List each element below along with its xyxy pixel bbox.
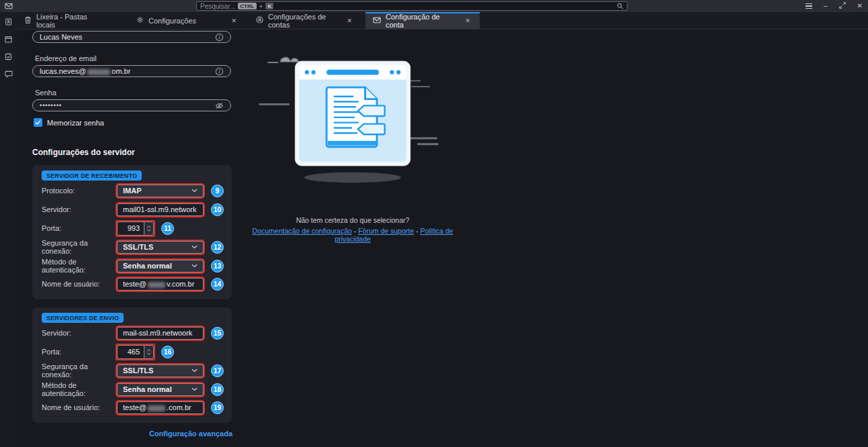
security-label: Segurança da conexão: bbox=[42, 362, 117, 379]
calendar-icon[interactable] bbox=[5, 36, 12, 44]
remember-password-checkbox[interactable] bbox=[34, 118, 42, 127]
annotation-circle-12: 12 bbox=[211, 241, 224, 254]
plus-sign: + bbox=[259, 3, 263, 10]
incoming-server-value: mail01-ssl.m9.network bbox=[123, 205, 196, 213]
outgoing-server-input[interactable]: mail-ssl.m9.netwoork bbox=[117, 327, 204, 340]
incoming-auth-row: Método de autenticação: Senha normal 13 bbox=[42, 256, 224, 275]
outgoing-auth-dropdown[interactable]: Senha normal bbox=[117, 383, 204, 396]
remember-password-row: Memorizar senha bbox=[34, 118, 232, 127]
tab-lixeira[interactable]: Lixeira - Pastas locais bbox=[17, 12, 114, 29]
restore-button[interactable] bbox=[839, 2, 846, 10]
address-book-icon[interactable] bbox=[5, 18, 12, 27]
tab-label: Lixeira - Pastas locais bbox=[36, 13, 107, 29]
envelope-icon bbox=[373, 17, 381, 25]
incoming-server-input[interactable]: mail01-ssl.m9.network bbox=[117, 203, 204, 216]
full-name-value: Lucas Neves bbox=[40, 33, 83, 41]
trash-icon bbox=[24, 16, 32, 26]
spaces-toolbar bbox=[0, 12, 17, 447]
password-label: Senha bbox=[35, 89, 231, 97]
incoming-security-row: Segurança da conexão: SSL/TLS 12 bbox=[42, 238, 224, 256]
close-tab-icon[interactable]: ✕ bbox=[229, 17, 238, 25]
redacted-text bbox=[87, 69, 110, 75]
support-forum-link[interactable]: Fórum de suporte bbox=[358, 227, 414, 235]
incoming-username-row: Nome de usuário: teste@v.com.br 14 bbox=[42, 275, 224, 293]
search-icon bbox=[617, 3, 623, 9]
full-name-input[interactable]: Lucas Neves bbox=[32, 31, 231, 43]
password-value: •••••••• bbox=[40, 102, 62, 109]
advanced-config-link[interactable]: Configuração avançada bbox=[149, 430, 232, 438]
close-tab-icon[interactable]: ✕ bbox=[463, 17, 472, 25]
annotation-circle-10: 10 bbox=[211, 203, 224, 216]
annotation-circle-13: 13 bbox=[211, 260, 224, 272]
stepper-arrows[interactable] bbox=[144, 345, 154, 359]
tab-bar: Lixeira - Pastas locais Configurações ✕ … bbox=[17, 12, 868, 30]
email-label: Endereço de email bbox=[35, 54, 231, 62]
annotation-circle-14: 14 bbox=[211, 278, 224, 291]
tasks-icon[interactable] bbox=[5, 53, 12, 62]
protocol-dropdown[interactable]: IMAP bbox=[117, 185, 204, 197]
outgoing-username-input[interactable]: teste@.com.br bbox=[117, 401, 204, 414]
outgoing-auth-value: Senha normal bbox=[123, 385, 172, 393]
ctrl-key-badge: CTRL bbox=[238, 3, 256, 9]
chevron-down-icon bbox=[191, 368, 198, 372]
close-tab-icon[interactable]: ✕ bbox=[345, 17, 354, 25]
tab-label: Configurações bbox=[148, 17, 196, 25]
outgoing-port-row: Porta: 465 16 bbox=[42, 342, 224, 361]
incoming-server-panel: SERVIDOR DE RECEBIMENTO Protocolo: IMAP … bbox=[32, 165, 232, 299]
incoming-server-row: Servidor: mail01-ssl.m9.network 10 bbox=[42, 200, 224, 219]
tab-configuracoes-de-contas[interactable]: Configurações de contas ✕ bbox=[249, 12, 361, 29]
advanced-config-row: Configuração avançada bbox=[32, 430, 234, 438]
tab-configuracoes[interactable]: Configurações ✕ bbox=[114, 12, 246, 29]
incoming-server-badge: SERVIDOR DE RECEBIMENTO bbox=[42, 170, 142, 181]
port-label: Porta: bbox=[42, 224, 117, 232]
outgoing-username-row: Nome de usuário: teste@.com.br 19 bbox=[42, 399, 224, 416]
app-menu-icon[interactable] bbox=[806, 3, 812, 9]
link-separator: - bbox=[354, 227, 357, 235]
chevron-down-icon bbox=[191, 189, 198, 193]
incoming-security-dropdown[interactable]: SSL/TLS bbox=[117, 241, 204, 254]
incoming-auth-dropdown[interactable]: Senha normal bbox=[117, 260, 204, 272]
email-input[interactable]: lucas.neves@om.br bbox=[32, 65, 231, 77]
redacted-text bbox=[148, 405, 165, 411]
incoming-port-stepper[interactable]: 993 bbox=[117, 221, 154, 236]
outgoing-port-stepper[interactable]: 465 bbox=[117, 345, 154, 359]
annotation-circle-9: 9 bbox=[211, 185, 224, 197]
close-window-button[interactable]: ✕ bbox=[857, 3, 863, 9]
global-search-input[interactable]: Pesquisar... CTRL + K bbox=[196, 1, 627, 11]
password-input[interactable]: •••••••• bbox=[32, 99, 231, 111]
docs-link[interactable]: Documentação de configuração bbox=[253, 227, 352, 235]
username-label: Nome de usuário: bbox=[42, 280, 117, 288]
security-label: Segurança da conexão: bbox=[42, 239, 117, 255]
chevron-down-icon bbox=[191, 245, 198, 249]
annotation-circle-19: 19 bbox=[211, 401, 224, 414]
chat-icon[interactable] bbox=[5, 70, 13, 79]
chevron-up-icon bbox=[146, 226, 151, 228]
window-controls: – ✕ bbox=[806, 0, 863, 12]
tab-label: Configuração de conta bbox=[386, 13, 458, 29]
annotation-circle-18: 18 bbox=[211, 383, 224, 396]
minimize-button[interactable]: – bbox=[824, 3, 828, 9]
incoming-username-input[interactable]: teste@v.com.br bbox=[117, 278, 204, 291]
stepper-arrows[interactable] bbox=[144, 221, 154, 236]
account-setup-form: Lucas Neves Endereço de email lucas.neve… bbox=[32, 30, 234, 447]
email-value: lucas.neves@om.br bbox=[40, 67, 130, 75]
outgoing-server-value: mail-ssl.m9.netwoork bbox=[123, 329, 192, 337]
info-icon bbox=[215, 33, 224, 42]
top-toolbar: Pesquisar... CTRL + K – ✕ bbox=[0, 0, 868, 12]
chevron-down-icon bbox=[191, 387, 198, 391]
outgoing-server-badge: SERVIDORES DE ENVIO bbox=[42, 313, 124, 323]
eye-slash-icon[interactable] bbox=[215, 102, 224, 109]
tab-configuracao-de-conta-active[interactable]: Configuração de conta ✕ bbox=[365, 12, 480, 29]
outgoing-security-dropdown[interactable]: SSL/TLS bbox=[117, 364, 204, 377]
account-settings-icon bbox=[256, 16, 263, 25]
protocol-row: Protocolo: IMAP 9 bbox=[42, 181, 224, 200]
mail-icon[interactable] bbox=[0, 0, 17, 12]
outgoing-server-panel: SERVIDORES DE ENVIO Servidor: mail-ssl.m… bbox=[32, 307, 232, 423]
account-setup-content: Lucas Neves Endereço de email lucas.neve… bbox=[17, 30, 868, 447]
chevron-down-icon bbox=[191, 264, 198, 268]
outgoing-server-row: Servidor: mail-ssl.m9.netwoork 15 bbox=[42, 324, 224, 342]
chevron-down-icon bbox=[146, 352, 151, 355]
help-links: Documentação de configuração - Fórum de … bbox=[238, 227, 467, 243]
server-label: Servidor: bbox=[42, 205, 117, 213]
incoming-username-value: teste@v.com.br bbox=[123, 280, 194, 288]
